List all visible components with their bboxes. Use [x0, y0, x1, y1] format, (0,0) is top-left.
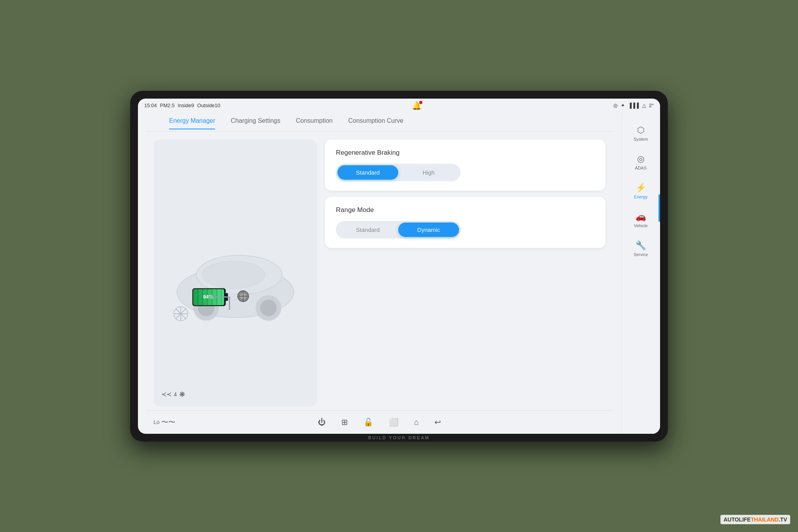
- lock-button[interactable]: 🔓: [364, 417, 373, 427]
- status-right: ◎ ✦ ▐▐▐ △ 2°: [613, 103, 654, 108]
- svg-point-2: [202, 261, 265, 288]
- temp-icon: △: [642, 103, 646, 108]
- sidebar-item-service[interactable]: 🔧 Service: [625, 236, 657, 262]
- range-mode-panel: Range Mode Standard Dynamic: [325, 197, 606, 248]
- outside-temp: Outside10: [197, 103, 220, 108]
- adas-label: ADAS: [635, 166, 647, 170]
- temperature-display: 2°: [649, 103, 654, 108]
- regen-high-button[interactable]: High: [398, 165, 459, 180]
- system-label: System: [634, 137, 648, 141]
- tab-bar: Energy Manager Charging Settings Consump…: [146, 113, 613, 132]
- sidebar-item-energy[interactable]: ⚡ Energy: [625, 178, 657, 204]
- pm-value: PM2.5: [160, 103, 175, 108]
- sidebar-item-adas[interactable]: ◎ ADAS: [625, 149, 657, 175]
- content-split: 94%: [146, 132, 613, 410]
- fan-arrows-icon: ≺≺: [161, 391, 171, 398]
- power-button[interactable]: ⏻: [318, 418, 326, 427]
- split-screen-button[interactable]: ⊞: [341, 417, 348, 427]
- regen-braking-title: Regenerative Braking: [336, 149, 595, 157]
- svg-point-6: [260, 299, 277, 316]
- screen: 15:04 PM2.5 Inside9 Outside10 🔔 ◎ ✦ ▐▐▐ …: [138, 99, 660, 434]
- regen-standard-button[interactable]: Standard: [337, 165, 398, 180]
- wind-mode-label: Lo: [154, 419, 160, 425]
- content-area: Energy Manager Charging Settings Consump…: [138, 113, 621, 434]
- energy-label: Energy: [634, 194, 648, 199]
- tab-consumption-curve[interactable]: Consumption Curve: [348, 117, 403, 127]
- regenerative-braking-panel: Regenerative Braking Standard High: [325, 140, 606, 191]
- fan-speed-value: 4: [174, 391, 177, 398]
- clock: 15:04: [144, 103, 157, 108]
- square-button[interactable]: ⬜: [389, 417, 399, 427]
- bottom-left-controls: Lo 〜〜: [154, 417, 175, 427]
- wind-icon: 〜〜: [161, 417, 175, 427]
- fan-icon: ❋: [179, 390, 185, 399]
- status-left: 15:04 PM2.5 Inside9 Outside10: [144, 103, 220, 108]
- range-dynamic-button[interactable]: Dynamic: [398, 223, 459, 237]
- tab-energy-manager[interactable]: Energy Manager: [169, 117, 215, 127]
- range-mode-toggle-group: Standard Dynamic: [336, 221, 461, 239]
- settings-panels: Regenerative Braking Standard High Range…: [325, 140, 606, 407]
- range-standard-button[interactable]: Standard: [337, 223, 398, 237]
- car-visualization: 94%: [154, 140, 317, 407]
- watermark-thailand: THAILAND: [751, 516, 779, 523]
- car-svg: 94%: [161, 214, 309, 331]
- car-illustration: 94%: [154, 140, 317, 407]
- location-icon: ◎: [613, 103, 618, 108]
- watermark-autolife: AUTOLIFE: [724, 516, 751, 523]
- system-icon: ⬡: [637, 125, 644, 135]
- range-mode-title: Range Mode: [336, 206, 595, 214]
- notification-dot: [419, 101, 422, 104]
- tab-charging-settings[interactable]: Charging Settings: [231, 117, 280, 127]
- sidebar-item-system[interactable]: ⬡ System: [625, 120, 657, 146]
- vehicle-icon: 🚗: [636, 212, 646, 222]
- sidebar-item-vehicle[interactable]: 🚗 Vehicle: [625, 207, 657, 233]
- bottom-bar: Lo 〜〜 ⏻ ⊞ 🔓 ⬜ ⌂ ↩: [146, 410, 613, 434]
- active-indicator: [659, 194, 660, 222]
- service-label: Service: [634, 252, 648, 257]
- main-layout: Energy Manager Charging Settings Consump…: [138, 113, 660, 434]
- bluetooth-icon: ✦: [621, 103, 625, 108]
- energy-icon: ⚡: [636, 183, 646, 193]
- watermark-tv: .TV: [779, 516, 787, 523]
- vehicle-label: Vehicle: [634, 223, 648, 228]
- right-sidebar: ⬡ System ◎ ADAS ⚡ Energy 🚗 Vehicle 🔧: [621, 113, 660, 434]
- status-bar: 15:04 PM2.5 Inside9 Outside10 🔔 ◎ ✦ ▐▐▐ …: [138, 99, 660, 113]
- service-icon: 🔧: [636, 240, 646, 251]
- device-frame: 15:04 PM2.5 Inside9 Outside10 🔔 ◎ ✦ ▐▐▐ …: [130, 91, 668, 442]
- build-text: BUILD YOUR DREAM: [368, 435, 430, 440]
- inside-temp: Inside9: [178, 103, 194, 108]
- signal-icon: ▐▐▐: [628, 103, 639, 108]
- back-button[interactable]: ↩: [434, 417, 441, 427]
- adas-icon: ◎: [637, 154, 644, 164]
- tab-consumption[interactable]: Consumption: [296, 117, 332, 127]
- regen-braking-toggle-group: Standard High: [336, 164, 461, 181]
- home-button[interactable]: ⌂: [414, 418, 419, 427]
